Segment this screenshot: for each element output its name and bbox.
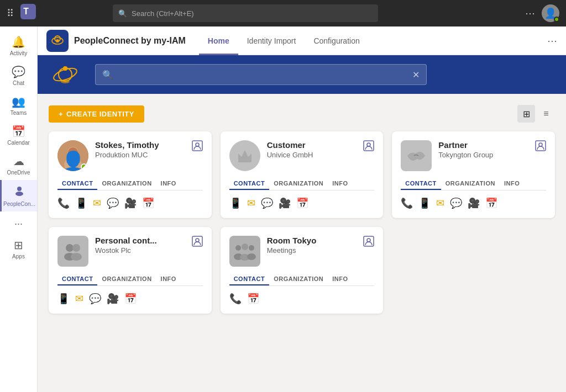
top-bar-more-icon[interactable]: ⋯: [525, 7, 535, 19]
activity-icon: 🔔: [12, 35, 25, 49]
teams-search-bar[interactable]: 🔍 Search (Ctrl+Alt+E): [113, 4, 378, 22]
svg-point-15: [64, 158, 82, 171]
phone-icon-partner[interactable]: 📞: [401, 197, 413, 209]
app-title: PeopleConnect by my-IAM: [74, 36, 186, 46]
calendar-icon-customer[interactable]: 📅: [296, 197, 308, 209]
tab-contact-personal[interactable]: CONTACT: [57, 273, 97, 285]
chat-icon-partner[interactable]: 💬: [450, 197, 462, 209]
tab-contact-timothy[interactable]: CONTACT: [57, 178, 97, 190]
tab-organization-timothy[interactable]: ORGANIZATION: [97, 178, 156, 190]
banner-search-input[interactable]: [118, 70, 408, 79]
banner-search[interactable]: 🔍 ✕: [95, 64, 427, 85]
chat-icon-personal[interactable]: 💬: [89, 293, 101, 305]
svg-point-31: [242, 243, 248, 250]
sidebar-more-dots[interactable]: ···: [10, 214, 27, 234]
avatar-partner: [401, 140, 432, 171]
grid-dots-icon[interactable]: ⠿: [7, 7, 14, 19]
svg-point-32: [249, 245, 254, 251]
sidebar-item-chat[interactable]: 💬 Chat: [0, 61, 37, 91]
teams-top-bar: ⠿ T 🔍 Search (Ctrl+Alt+E) ⋯ 👤: [0, 0, 566, 27]
card-type-icon-personal[interactable]: [192, 236, 203, 250]
nav-configuration[interactable]: Configuration: [305, 27, 368, 55]
mobile-icon-customer[interactable]: 📱: [229, 197, 242, 209]
chat-icon-customer[interactable]: 💬: [261, 197, 273, 209]
app-nav: Home Identity Import Configuration: [199, 27, 369, 55]
tab-organization-room-tokyo[interactable]: ORGANIZATION: [269, 273, 328, 285]
card-actions-timothy: 📞 📱 ✉ 💬 🎥 📅: [57, 197, 203, 209]
calendar-icon-timothy[interactable]: 📅: [142, 197, 154, 209]
tab-info-partner[interactable]: INFO: [500, 178, 524, 190]
avatar-customer: [229, 140, 260, 171]
svg-point-18: [196, 143, 199, 146]
email-icon-partner[interactable]: ✉: [436, 197, 444, 209]
email-icon-customer[interactable]: ✉: [247, 197, 255, 209]
tab-organization-personal[interactable]: ORGANIZATION: [97, 273, 156, 285]
phone-icon-room-tokyo[interactable]: 📞: [229, 293, 242, 305]
card-type-icon-timothy[interactable]: [192, 140, 203, 154]
card-type-icon-room-tokyo[interactable]: [363, 236, 374, 250]
grid-view-button[interactable]: ⊞: [517, 105, 535, 123]
card-subtitle-customer: Univice GmbH: [267, 151, 364, 159]
sidebar-item-peopleconn[interactable]: PeopleCon...: [0, 180, 37, 211]
sidebar-item-onedrive[interactable]: ☁ OneDrive: [0, 150, 37, 180]
tab-info-timothy[interactable]: INFO: [156, 178, 181, 190]
sidebar-item-activity[interactable]: 🔔 Activity: [0, 31, 37, 61]
app-logo: PeopleConnect by my-IAM: [46, 30, 186, 52]
mobile-icon-personal[interactable]: 📱: [57, 293, 70, 305]
create-identity-button[interactable]: + CREATE IDENTITY: [49, 105, 144, 123]
tab-contact-customer[interactable]: CONTACT: [229, 178, 269, 190]
online-status-dot: [554, 17, 559, 22]
card-actions-partner: 📞 📱 ✉ 💬 🎥 📅: [401, 197, 546, 209]
card-type-icon-customer[interactable]: [363, 140, 374, 154]
tab-organization-partner[interactable]: ORGANIZATION: [441, 178, 500, 190]
tab-contact-room-tokyo[interactable]: CONTACT: [229, 273, 269, 285]
sidebar-item-teams[interactable]: 👥 Teams: [0, 91, 37, 120]
email-icon-personal[interactable]: ✉: [75, 293, 83, 305]
list-view-button[interactable]: ≡: [537, 105, 555, 123]
card-info-partner: Partner Tokyngton Group: [438, 140, 535, 159]
avatar-timothy: [57, 140, 88, 171]
card-header-partner: Partner Tokyngton Group: [401, 140, 546, 171]
sidebar-item-apps[interactable]: ⊞ Apps: [10, 234, 27, 264]
email-icon-timothy[interactable]: ✉: [93, 197, 101, 209]
tab-info-personal[interactable]: INFO: [156, 273, 181, 285]
card-type-icon-partner[interactable]: [535, 140, 546, 154]
create-plus-icon: +: [59, 110, 63, 118]
video-icon-partner[interactable]: 🎥: [468, 197, 480, 209]
svg-point-3: [15, 192, 23, 196]
nav-identity-import[interactable]: Identity Import: [238, 27, 305, 55]
svg-point-16: [68, 147, 78, 157]
svg-point-37: [367, 239, 370, 242]
view-controls: ⊞ ≡: [517, 105, 555, 123]
sidebar-item-calendar[interactable]: 📅 Calendar: [0, 120, 37, 150]
tab-info-room-tokyo[interactable]: INFO: [328, 273, 352, 285]
card-name-personal: Personal cont...: [95, 236, 192, 245]
card-info-room-tokyo: Room Tokyo Meetings: [267, 236, 364, 255]
tab-contact-partner[interactable]: CONTACT: [401, 178, 441, 190]
main-layout: 🔔 Activity 💬 Chat 👥 Teams 📅 Calendar ☁ O…: [0, 27, 566, 392]
calendar-icon-personal[interactable]: 📅: [124, 293, 137, 305]
teams-icon: 👥: [12, 95, 25, 108]
video-icon-timothy[interactable]: 🎥: [124, 197, 137, 209]
card-actions-room-tokyo: 📞 📅: [229, 293, 375, 305]
mobile-icon-partner[interactable]: 📱: [418, 197, 431, 209]
nav-home[interactable]: Home: [199, 27, 238, 55]
app-header-more-icon[interactable]: ⋯: [547, 35, 557, 47]
content-area: + CREATE IDENTITY ⊞ ≡: [38, 94, 566, 392]
video-icon-customer[interactable]: 🎥: [279, 197, 291, 209]
create-button-label: CREATE IDENTITY: [66, 110, 134, 118]
user-avatar[interactable]: 👤: [542, 4, 559, 22]
calendar-icon-partner[interactable]: 📅: [485, 197, 497, 209]
tab-info-customer[interactable]: INFO: [328, 178, 352, 190]
phone-icon-timothy[interactable]: 📞: [57, 197, 70, 209]
toolbar: + CREATE IDENTITY ⊞ ≡: [49, 105, 555, 123]
tab-organization-customer[interactable]: ORGANIZATION: [269, 178, 328, 190]
contact-card-timothy: Stokes, Timothy Produktion MUC C: [49, 131, 212, 218]
banner-clear-icon[interactable]: ✕: [412, 70, 420, 80]
video-icon-personal[interactable]: 🎥: [107, 293, 119, 305]
calendar-icon-room-tokyo[interactable]: 📅: [247, 293, 259, 305]
blue-banner: 🔍 ✕: [38, 55, 566, 94]
mobile-icon-timothy[interactable]: 📱: [75, 197, 87, 209]
search-icon: 🔍: [118, 9, 127, 18]
chat-icon-timothy[interactable]: 💬: [107, 197, 119, 209]
